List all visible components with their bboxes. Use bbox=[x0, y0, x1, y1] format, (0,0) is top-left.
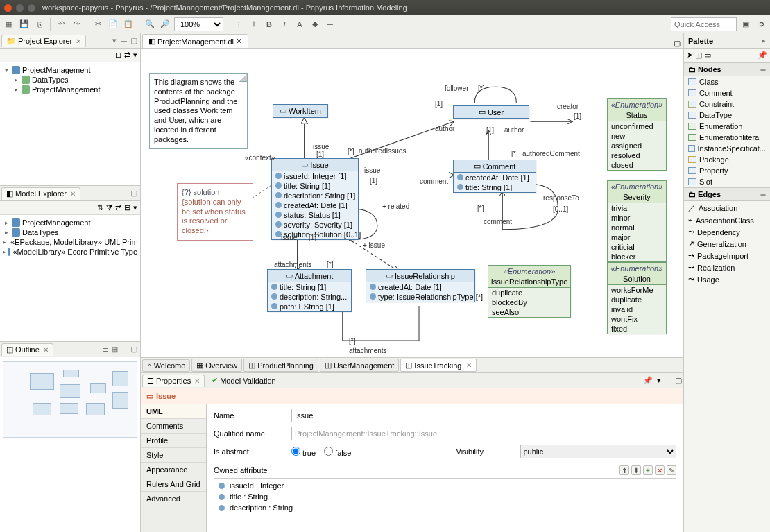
view-dropdown-icon[interactable]: ▾ bbox=[133, 51, 137, 60]
window-maximize-button[interactable] bbox=[28, 4, 35, 12]
prop-tab-profile[interactable]: Profile bbox=[141, 434, 206, 448]
move-up-icon[interactable]: ⬆ bbox=[619, 465, 629, 475]
project-explorer-tree[interactable]: ▾ProjectManagement ▸DataTypes ▸ProjectMa… bbox=[0, 62, 140, 185]
view-menu-icon[interactable]: ▾ bbox=[657, 376, 661, 385]
chevron-right-icon[interactable]: ▸ bbox=[759, 36, 769, 46]
class-issuerelationship[interactable]: ▭IssueRelationship createdAt: Date [1] t… bbox=[366, 269, 475, 302]
palette-item-property[interactable]: Property bbox=[684, 165, 770, 176]
owned-attribute-item[interactable]: description : String bbox=[216, 502, 674, 513]
palette-item-datatype[interactable]: DataType bbox=[684, 110, 770, 121]
prop-tab-uml[interactable]: UML bbox=[141, 404, 206, 419]
edit-icon[interactable]: ✎ bbox=[667, 465, 676, 475]
color-icon[interactable]: ◆ bbox=[309, 18, 321, 31]
align-center-icon[interactable]: ⫲ bbox=[248, 18, 260, 31]
tree-root[interactable]: ▾ProjectManagement bbox=[1, 65, 139, 75]
tree-item[interactable]: ▸«ModelLibrary» Ecore Primitive Type bbox=[1, 247, 139, 257]
minimize-view-icon[interactable]: ─ bbox=[119, 189, 129, 198]
palette-item-enumliteral[interactable]: Enumerationliteral bbox=[684, 132, 770, 143]
owned-attribute-item[interactable]: title : String bbox=[216, 491, 674, 502]
palette-item-realization[interactable]: ⤍Realization bbox=[684, 261, 770, 273]
enum-severity[interactable]: «Enumeration»Severity trivial minor norm… bbox=[607, 180, 667, 262]
model-validation-tab[interactable]: ✔Model Validation bbox=[209, 375, 279, 386]
palette-item-enumeration[interactable]: Enumeration bbox=[684, 121, 770, 132]
palette-item-instancespec[interactable]: InstanceSpecificat... bbox=[684, 143, 770, 154]
class-issue[interactable]: ▭Issue issueId: Integer [1] title: Strin… bbox=[271, 158, 359, 240]
open-perspective-icon[interactable]: ➲ bbox=[755, 18, 767, 31]
minimize-view-icon[interactable]: ─ bbox=[119, 345, 129, 354]
editor-tab[interactable]: ◧ ProjectManagement.di ✕ bbox=[142, 34, 248, 48]
link-editor-icon[interactable]: ⇄ bbox=[115, 203, 121, 212]
palette-edges-header[interactable]: 🗀 Edges∞ bbox=[684, 187, 770, 201]
marquee-icon[interactable]: ◫ bbox=[695, 51, 702, 60]
remove-icon[interactable]: ✕ bbox=[655, 465, 665, 475]
font-icon[interactable]: A bbox=[293, 18, 306, 31]
italic-icon[interactable]: I bbox=[278, 18, 291, 31]
subtab-usermanagement[interactable]: ◫UserManagement bbox=[320, 359, 399, 372]
minimize-view-icon[interactable]: ─ bbox=[665, 377, 671, 385]
zoom-out-icon[interactable]: 🔎 bbox=[159, 18, 171, 31]
abstract-true-radio[interactable]: true bbox=[291, 447, 316, 457]
palette-item-comment[interactable]: Comment bbox=[684, 87, 770, 98]
outline-tab[interactable]: ◫ Outline ✕ bbox=[1, 343, 53, 356]
palette-item-dependency[interactable]: ⤳Dependency bbox=[684, 226, 770, 238]
prop-tab-style[interactable]: Style bbox=[141, 448, 206, 463]
subtab-overview[interactable]: ▦Overview bbox=[191, 359, 242, 372]
properties-tab[interactable]: ☰Properties✕ bbox=[142, 375, 205, 387]
close-icon[interactable]: ✕ bbox=[466, 361, 472, 369]
owned-attribute-item[interactable]: issueId : Integer bbox=[216, 480, 674, 491]
view-dropdown-icon[interactable]: ▾ bbox=[133, 203, 137, 212]
bold-icon[interactable]: B bbox=[263, 18, 275, 31]
note-tool-icon[interactable]: ▭ bbox=[704, 51, 711, 60]
new-icon[interactable]: ▦ bbox=[3, 18, 15, 31]
class-workitem[interactable]: ▭WorkItem bbox=[273, 104, 328, 118]
tree-item[interactable]: ▸DataTypes bbox=[1, 228, 139, 237]
link-editor-icon[interactable]: ⇄ bbox=[124, 51, 130, 60]
quick-access-input[interactable] bbox=[671, 17, 737, 31]
owned-attribute-list[interactable]: issueId : Integer title : String descrip… bbox=[214, 478, 676, 515]
close-icon[interactable]: ✕ bbox=[194, 377, 200, 385]
enum-status[interactable]: «Enumeration»Status unconfirmed new assi… bbox=[607, 98, 667, 171]
constraint-note[interactable]: {?} solution {solution can only be set w… bbox=[177, 183, 253, 241]
maximize-view-icon[interactable]: ▢ bbox=[129, 36, 139, 46]
close-icon[interactable]: ✕ bbox=[76, 37, 81, 45]
class-user[interactable]: ▭User bbox=[453, 105, 529, 119]
minimize-view-icon[interactable]: ─ bbox=[119, 36, 129, 46]
filter-icon[interactable]: ⧩ bbox=[106, 203, 112, 212]
redo-icon[interactable]: ↷ bbox=[70, 18, 83, 31]
collapse-icon[interactable]: ⊟ bbox=[124, 203, 130, 212]
maximize-view-icon[interactable]: ▢ bbox=[129, 345, 139, 354]
outline-thumbnail[interactable] bbox=[3, 361, 137, 438]
paste-icon[interactable]: 📋 bbox=[122, 18, 135, 31]
pointer-icon[interactable]: ➤ bbox=[687, 51, 693, 60]
save-icon[interactable]: 💾 bbox=[18, 18, 31, 31]
subtab-welcome[interactable]: ⌂Welcome bbox=[142, 359, 190, 372]
model-explorer-tab[interactable]: ◧ Model Explorer ✕ bbox=[1, 187, 80, 200]
undo-icon[interactable]: ↶ bbox=[55, 18, 67, 31]
align-left-icon[interactable]: ⸽ bbox=[232, 18, 245, 31]
tree-item[interactable]: ▸ProjectManagement bbox=[1, 218, 139, 228]
move-down-icon[interactable]: ⬇ bbox=[631, 465, 641, 475]
abstract-false-radio[interactable]: false bbox=[324, 447, 351, 457]
window-minimize-button[interactable] bbox=[16, 4, 24, 12]
outline-body[interactable] bbox=[0, 357, 140, 532]
maximize-view-icon[interactable]: ▢ bbox=[674, 39, 681, 48]
prop-tab-appearance[interactable]: Appearance bbox=[141, 463, 206, 477]
visibility-select[interactable]: public bbox=[520, 445, 677, 458]
collapse-all-icon[interactable]: ⊟ bbox=[115, 51, 121, 60]
enum-solution[interactable]: «Enumeration»Solution worksForMe duplica… bbox=[607, 262, 667, 334]
copy-icon[interactable]: 📄 bbox=[107, 18, 119, 31]
palette-nodes-header[interactable]: 🗀 Nodes∞ bbox=[684, 62, 770, 76]
zoom-in-icon[interactable]: 🔍 bbox=[144, 18, 156, 31]
palette-item-packageimport[interactable]: ⇢PackageImport bbox=[684, 250, 770, 261]
palette-item-slot[interactable]: Slot bbox=[684, 176, 770, 187]
maximize-view-icon[interactable]: ▢ bbox=[675, 376, 682, 385]
tree-mode-icon[interactable]: ≣ bbox=[100, 345, 110, 354]
palette-item-class[interactable]: Class bbox=[684, 76, 770, 87]
close-icon[interactable]: ✕ bbox=[43, 346, 49, 354]
palette-item-associationclass[interactable]: ⌁AssociationClass bbox=[684, 214, 770, 226]
sort-icon[interactable]: ⇅ bbox=[97, 203, 103, 212]
save-all-icon[interactable]: ⎘ bbox=[33, 18, 46, 31]
palette-item-association[interactable]: ／Association bbox=[684, 201, 770, 214]
palette-item-usage[interactable]: ⤳Usage bbox=[684, 273, 770, 285]
tree-item[interactable]: ▸DataTypes bbox=[11, 75, 139, 85]
